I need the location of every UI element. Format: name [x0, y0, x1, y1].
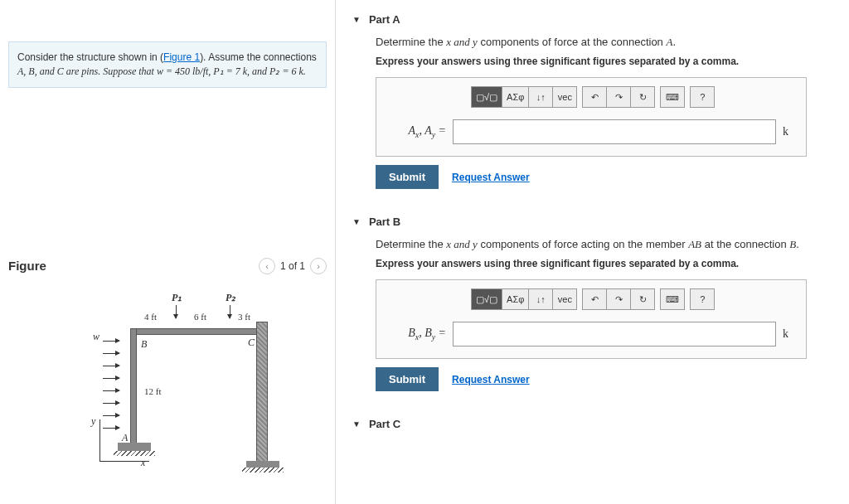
prompt-vars: x and y [446, 36, 478, 48]
part-b-answer-box: ▢√▢ ΑΣφ ↓↑ vec ↶ ↷ ↻ ⌨ ? Bx, By = k [376, 279, 807, 359]
right-base [246, 461, 279, 468]
label-d2: 6 ft [194, 312, 206, 322]
part-b-submit-row: Submit Request Answer [376, 367, 832, 391]
keyboard-button[interactable]: ⌨ [660, 288, 685, 310]
horizontal-beam [130, 328, 263, 335]
part-c-title: Part C [369, 418, 400, 430]
part-a-input[interactable] [453, 119, 776, 144]
left-column [130, 328, 137, 444]
problem-given: w = 450 lb/ft, P₁ = 7 k, and P₂ = 6 k. [157, 65, 306, 77]
prompt-text: components of force acting on the member [478, 238, 688, 250]
p2-arrow [230, 305, 230, 318]
part-b-header[interactable]: ▼ Part B [352, 211, 832, 233]
load-arrow [103, 353, 119, 354]
x-axis [99, 461, 149, 462]
label-d4: 12 ft [144, 386, 161, 396]
prompt-member: AB [688, 238, 701, 250]
reset-button[interactable]: ↻ [630, 86, 655, 108]
reset-button[interactable]: ↻ [630, 288, 655, 310]
label-w: w [93, 331, 99, 343]
part-c-header[interactable]: ▼ Part C [352, 413, 832, 435]
part-a-prompt: Determine the x and y components of forc… [376, 36, 832, 49]
caret-down-icon: ▼ [352, 217, 361, 226]
label-d3: 3 ft [238, 312, 250, 322]
figure-link[interactable]: Figure 1 [163, 51, 200, 63]
right-panel: ▼ Part A Determine the x and y component… [336, 0, 849, 504]
part-a-instruct: Express your answers using three signifi… [376, 56, 832, 67]
figure-pager: ‹ 1 of 1 › [259, 258, 327, 274]
part-b-unit: k [783, 327, 794, 341]
load-arrow [103, 390, 119, 391]
part-a-lhs: Ax, Ay = [388, 124, 446, 139]
pager-prev-button[interactable]: ‹ [259, 258, 275, 274]
caret-down-icon: ▼ [352, 15, 361, 24]
load-arrow [103, 415, 119, 416]
part-a-input-row: Ax, Ay = k [388, 119, 794, 144]
undo-button[interactable]: ↶ [582, 86, 607, 108]
pager-text: 1 of 1 [280, 260, 305, 272]
part-b: ▼ Part B Determine the x and y component… [352, 211, 832, 396]
part-b-instruct: Express your answers using three signifi… [376, 258, 832, 269]
answer-toolbar: ▢√▢ ΑΣφ ↓↑ vec ↶ ↷ ↻ ⌨ ? [471, 288, 794, 310]
load-arrow [103, 403, 119, 404]
symbols-button[interactable]: ΑΣφ [502, 288, 529, 310]
figure-title: Figure [8, 259, 46, 273]
part-a-submit-button[interactable]: Submit [376, 165, 439, 189]
prompt-text: Determine the [376, 36, 446, 48]
pager-next-button[interactable]: › [310, 258, 327, 274]
left-panel: Consider the structure shown in (Figure … [0, 0, 336, 504]
caret-down-icon: ▼ [352, 419, 361, 429]
right-column [256, 322, 268, 463]
load-arrow [103, 378, 119, 379]
label-C: C [248, 337, 255, 349]
problem-statement: Consider the structure shown in (Figure … [8, 41, 327, 88]
part-a-header[interactable]: ▼ Part A [352, 8, 832, 31]
part-b-lhs: Bx, By = [388, 327, 446, 342]
subsup-button[interactable]: ↓↑ [528, 288, 553, 310]
part-c: ▼ Part C [352, 413, 832, 435]
part-b-request-answer[interactable]: Request Answer [452, 374, 530, 385]
part-b-submit-button[interactable]: Submit [376, 367, 439, 391]
label-p1: P₁ [172, 292, 182, 304]
load-arrow [103, 341, 119, 342]
label-y: y [91, 415, 95, 428]
part-b-input-row: Bx, By = k [388, 322, 794, 346]
templates-button[interactable]: ▢√▢ [471, 288, 502, 310]
part-a-request-answer[interactable]: Request Answer [452, 172, 530, 183]
load-arrow [103, 428, 119, 429]
label-x: x [141, 457, 145, 469]
problem-vars: A, B, and C are pins. Suppose that [17, 65, 157, 77]
prompt-vars: x and y [446, 238, 478, 250]
part-b-input[interactable] [453, 322, 776, 346]
symbols-button[interactable]: ΑΣφ [502, 86, 529, 108]
undo-button[interactable]: ↶ [582, 288, 607, 310]
label-d1: 4 ft [144, 312, 157, 322]
part-b-title: Part B [369, 216, 400, 228]
part-a-unit: k [783, 125, 794, 138]
templates-button[interactable]: ▢√▢ [471, 86, 502, 108]
help-button[interactable]: ? [690, 288, 715, 310]
vec-button[interactable]: vec [552, 86, 577, 108]
answer-toolbar: ▢√▢ ΑΣφ ↓↑ vec ↶ ↷ ↻ ⌨ ? [471, 86, 794, 108]
help-button[interactable]: ? [690, 86, 715, 108]
subsup-button[interactable]: ↓↑ [528, 86, 553, 108]
part-a-answer-box: ▢√▢ ΑΣφ ↓↑ vec ↶ ↷ ↻ ⌨ ? Ax, Ay = k [376, 77, 807, 157]
problem-intro: Consider the structure shown in ( [17, 51, 163, 63]
part-a-body: Determine the x and y components of forc… [352, 31, 832, 194]
vec-button[interactable]: vec [552, 288, 577, 310]
problem-intro2: ). Assume the connections [200, 51, 317, 63]
redo-button[interactable]: ↷ [606, 86, 631, 108]
label-B: B [141, 338, 147, 351]
prompt-text: components of force at the connection [478, 36, 667, 48]
y-axis [99, 419, 100, 461]
redo-button[interactable]: ↷ [606, 288, 631, 310]
load-arrow [103, 366, 119, 366]
part-b-prompt: Determine the x and y components of forc… [376, 238, 832, 251]
prompt-text: at the connection [701, 238, 789, 250]
label-A: A [122, 432, 128, 444]
keyboard-button[interactable]: ⌨ [660, 86, 685, 108]
p1-arrow [176, 305, 177, 318]
part-a: ▼ Part A Determine the x and y component… [352, 8, 832, 194]
part-a-submit-row: Submit Request Answer [376, 165, 832, 189]
prompt-text: . [796, 238, 799, 250]
